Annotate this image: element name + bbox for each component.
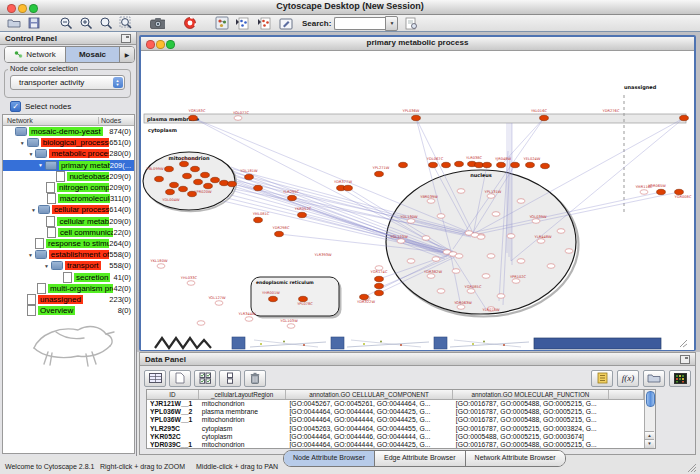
- table-row[interactable]: YJR121W__1mitochondrion[GO:0045267, GO:0…: [147, 400, 644, 408]
- tree-disclosure-icon[interactable]: ▼: [36, 162, 45, 168]
- network-view-frame[interactable]: primary metabolic process plasma membran…: [139, 35, 696, 351]
- select-nodes-checkbox[interactable]: ✓: [10, 101, 21, 112]
- tree-row-count: 209(...: [110, 161, 134, 170]
- search-input[interactable]: [334, 17, 385, 30]
- browser-tab-network[interactable]: Network Attribute Browser: [465, 451, 565, 466]
- selected-gene-node: [483, 162, 492, 167]
- tree-row[interactable]: macromolecule311(0): [3, 193, 134, 204]
- tree-row-count: 874(0): [109, 127, 134, 136]
- open-session-button[interactable]: [6, 16, 21, 30]
- tree-row[interactable]: unassigned223(0): [3, 294, 134, 305]
- import-attributes-icon[interactable]: [256, 16, 273, 30]
- tree-row[interactable]: ▼biological_process651(0): [3, 137, 134, 148]
- plugin-panel-icon[interactable]: [214, 16, 229, 30]
- node-color-dropdown[interactable]: transporter activity ▲▼: [10, 75, 125, 90]
- table-row[interactable]: YPL036W__1mitochondrion[GO:0044464, GO:0…: [147, 416, 644, 424]
- help-lifering-icon[interactable]: [182, 16, 197, 30]
- tree-row[interactable]: ▼transport558(0): [3, 260, 134, 271]
- gene-label: YPL036W: [403, 109, 420, 113]
- tree-row[interactable]: ▼metabolic process280(0): [3, 148, 134, 159]
- browser-tab-node[interactable]: Node Attribute Browser: [284, 451, 374, 466]
- tree-disclosure-icon[interactable]: ▼: [42, 263, 51, 269]
- table-column-header[interactable]: [609, 390, 644, 399]
- tab-overflow-arrow[interactable]: ▶: [120, 47, 134, 62]
- import-network-icon[interactable]: [234, 16, 251, 30]
- heatmap-icon[interactable]: [669, 370, 691, 387]
- tab-mosaic[interactable]: Mosaic: [65, 47, 120, 62]
- gene-node: [565, 249, 573, 254]
- scrollbar-thumb[interactable]: [646, 391, 655, 407]
- tree-row[interactable]: mosaic-demo-yeast874(0): [3, 126, 134, 137]
- attribute-table-icon[interactable]: [144, 370, 166, 387]
- tree-row[interactable]: Overview8(0): [3, 305, 134, 316]
- selected-gene-node: [412, 115, 421, 120]
- gene-label: YDL004W: [162, 198, 180, 202]
- tree-row[interactable]: nitrogen compo209(0): [3, 182, 134, 193]
- control-panel-title: Control Panel: [5, 34, 57, 43]
- table-column-header[interactable]: annotation.GO CELLULAR_COMPONENT: [286, 390, 452, 399]
- select-attributes-icon[interactable]: [194, 370, 216, 387]
- selected-gene-node: [497, 162, 506, 167]
- table-header-row: ID_cellularLayoutRegionannotation.GO CEL…: [147, 390, 644, 400]
- selected-gene-node: [299, 296, 308, 301]
- selected-gene-node: [526, 162, 535, 167]
- tree-disclosure-icon[interactable]: ▼: [26, 151, 35, 157]
- delete-attribute-trash-icon[interactable]: [244, 370, 266, 387]
- snapshot-camera-icon[interactable]: [150, 16, 165, 30]
- table-cell: plasma membrane: [199, 408, 287, 416]
- tree-row[interactable]: multi-organism pro42(0): [3, 283, 134, 294]
- network-frame-titlebar[interactable]: primary metabolic process: [141, 37, 694, 51]
- new-attribute-icon[interactable]: [169, 370, 191, 387]
- tree-row[interactable]: ▼cellular process614(0): [3, 204, 134, 215]
- tree-row[interactable]: nucleobase-209(0): [3, 171, 134, 182]
- gene-node: [287, 324, 295, 329]
- attribute-list-icon[interactable]: [591, 370, 613, 387]
- table-row[interactable]: YKR052Ccytoplasm[GO:0044464, GO:0044446,…: [147, 433, 644, 441]
- select-nodes-label: Select nodes: [25, 102, 71, 111]
- tree-row[interactable]: cell communicat22(0): [3, 227, 134, 238]
- attribute-grid[interactable]: ID_cellularLayoutRegionannotation.GO CEL…: [147, 390, 644, 448]
- tab-network[interactable]: Network: [5, 47, 65, 62]
- zoom-fit-icon[interactable]: [98, 16, 113, 30]
- float-panel-icon[interactable]: [121, 34, 131, 43]
- gene-label: YOL077C: [233, 111, 250, 115]
- table-row[interactable]: YPL036W__2plasma membrane[GO:0044464, GO…: [147, 408, 644, 416]
- search-dropdown-button[interactable]: ▼: [385, 16, 398, 31]
- zoom-selected-icon[interactable]: [118, 16, 133, 30]
- scroll-down-arrow[interactable]: ▼: [645, 439, 654, 448]
- search-options-icon[interactable]: [404, 16, 419, 30]
- zoom-in-icon[interactable]: [78, 16, 93, 30]
- gene-label: YLR393W: [314, 253, 332, 257]
- cytoscape-bird-watermark: [26, 318, 118, 372]
- tree-row[interactable]: ▼establishment of lo558(0): [3, 249, 134, 260]
- tree-row-label: establishment of lo: [49, 250, 109, 259]
- table-column-header[interactable]: annotation.GO MOLECULAR_FUNCTION: [453, 390, 609, 399]
- browser-tab-edge[interactable]: Edge Attribute Browser: [374, 451, 465, 466]
- network-canvas[interactable]: plasma membranecytoplasmmitochondrionnuc…: [141, 51, 694, 350]
- table-column-header[interactable]: ID: [147, 390, 199, 399]
- tree-row[interactable]: cellular metabo209(0): [3, 216, 134, 227]
- selected-gene-node: [254, 217, 263, 222]
- tree-row[interactable]: response to stimulu264(0): [3, 238, 134, 249]
- table-row[interactable]: YLR295Ccytoplasm[GO:0045263, GO:0044464,…: [147, 425, 644, 433]
- unselect-attributes-icon[interactable]: [219, 370, 241, 387]
- table-column-header[interactable]: _cellularLayoutRegion: [199, 390, 287, 399]
- zoom-out-icon[interactable]: [58, 16, 73, 30]
- tree-column-nodes[interactable]: Nodes: [98, 117, 134, 124]
- window-resize-grip[interactable]: [686, 462, 696, 472]
- tree-disclosure-icon[interactable]: ▼: [29, 207, 38, 213]
- float-data-panel-icon[interactable]: [680, 355, 690, 364]
- gene-label: YOR063W: [454, 301, 472, 305]
- tree-disclosure-icon[interactable]: ▼: [18, 140, 27, 146]
- save-session-button[interactable]: [26, 16, 41, 30]
- function-builder-icon[interactable]: f(x): [617, 370, 639, 387]
- tree-row[interactable]: secretion41(0): [3, 271, 134, 282]
- table-cell: [GO:0045263, GO:0044464, GO:0044455, G..…: [286, 425, 452, 433]
- table-row[interactable]: YDR039C__1mitochondrion[GO:0044464, GO:0…: [147, 441, 644, 448]
- annotation-icon[interactable]: [278, 16, 293, 30]
- tree-column-network[interactable]: Network: [3, 117, 98, 124]
- tree-row[interactable]: ▼primary metabo209(...: [3, 160, 134, 171]
- import-attribute-file-icon[interactable]: [643, 370, 665, 387]
- tree-disclosure-icon[interactable]: ▼: [26, 252, 35, 258]
- table-scrollbar[interactable]: ▲ ▼: [644, 390, 655, 448]
